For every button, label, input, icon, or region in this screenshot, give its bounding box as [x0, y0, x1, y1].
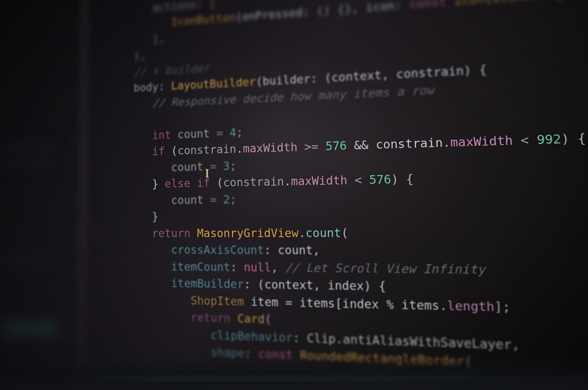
screen: title: new Text("Title"), actions: [ Ico… — [0, 0, 588, 390]
code-token: maxWidth — [243, 140, 298, 155]
code-token: , — [271, 260, 285, 274]
code-token: return — [152, 226, 197, 240]
code-token: 2 — [223, 192, 230, 206]
code-token: ; — [236, 125, 243, 139]
code-token: 992 — [537, 132, 562, 147]
code-token: Icon — [454, 0, 485, 8]
code-token: = — [216, 126, 230, 139]
code-token: 4 — [229, 126, 236, 139]
code-token: count — [171, 193, 210, 206]
code-token: const — [409, 0, 454, 11]
code-token: >= — [297, 139, 326, 154]
code-token: , icon: — [351, 0, 409, 15]
code-token: count — [305, 226, 341, 240]
code-token: int — [152, 128, 178, 142]
code-token: 3 — [223, 159, 230, 173]
code-token: ( — [265, 312, 272, 326]
code-content[interactable]: title: new Text("Title"), actions: [ Ico… — [114, 0, 588, 383]
code-token: : — [230, 260, 244, 274]
code-token: // ⬇ builder — [134, 61, 210, 78]
code-token: clipBehavior — [211, 328, 293, 344]
code-token: ]; — [494, 299, 510, 314]
code-token: length — [447, 298, 494, 314]
code-token: ( — [216, 176, 223, 189]
code-token: 576 — [325, 139, 347, 153]
code-token: ( — [484, 0, 492, 6]
code-token: ) — [561, 131, 570, 146]
code-token: : (context, index) { — [244, 277, 386, 293]
desk-edge-highlight — [51, 377, 573, 380]
code-token: LayoutBuilder — [171, 75, 256, 92]
code-token: null — [244, 260, 271, 274]
code-token: } — [152, 177, 165, 191]
code-token: : count, — [264, 243, 320, 257]
code-token: < — [513, 132, 537, 148]
code-token: () {} — [316, 2, 352, 18]
code-token: . — [284, 174, 291, 188]
code-token: . — [298, 226, 306, 240]
code-token: ( — [341, 226, 348, 240]
code-token: count — [171, 160, 210, 174]
code-token: crossAxisCount — [171, 243, 264, 257]
code-token: . — [236, 142, 243, 155]
code-token: ) { — [391, 172, 414, 186]
code-token: . — [531, 0, 540, 2]
code-editor[interactable]: title: new Text("Title"), actions: [ Ico… — [114, 0, 588, 383]
code-token: Card — [237, 312, 265, 326]
code-token: ], — [152, 32, 165, 45]
code-token: < — [347, 173, 369, 187]
text-cursor-icon: I — [205, 166, 209, 180]
code-token: count — [178, 127, 216, 141]
code-token: itemBuilder — [171, 276, 244, 291]
code-token: IconButton — [171, 11, 236, 28]
code-token: = — [210, 193, 223, 206]
code-token: return — [191, 311, 237, 325]
code-token: = — [210, 159, 223, 173]
code-token: MasonryGridView — [197, 226, 298, 240]
code-token: Icons — [492, 0, 532, 5]
code-token: ), — [134, 49, 146, 63]
code-token: // Let Scroll View Infinity — [285, 260, 485, 276]
code-token: ShopItem — [191, 294, 251, 308]
code-token: 576 — [369, 173, 391, 187]
code-token: body: — [133, 79, 171, 94]
code-token: } — [152, 210, 158, 223]
code-token: item = items[index % items. — [251, 295, 447, 313]
code-token: { — [569, 131, 587, 146]
code-token: constrain — [223, 175, 284, 189]
code-token: itemCount — [171, 260, 230, 274]
code-token: && constrain — [347, 136, 443, 152]
code-token: ; — [230, 192, 236, 206]
code-token: if — [152, 144, 171, 157]
code-token: constrain — [178, 142, 236, 157]
code-line[interactable]: return MasonryGridView.count( — [114, 222, 588, 242]
code-token: ; — [230, 159, 236, 172]
desk-shadow — [0, 357, 588, 390]
code-token: . — [442, 135, 451, 150]
code-token: maxWidth — [450, 133, 513, 149]
code-token: ( — [171, 144, 178, 157]
code-token: maxWidth — [291, 173, 347, 188]
